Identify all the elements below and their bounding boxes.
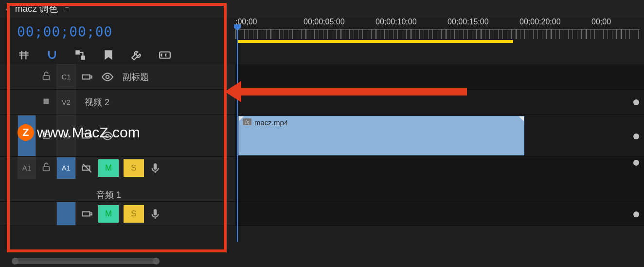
nest-icon[interactable] <box>18 49 30 61</box>
time-label: 00;00 <box>591 18 611 26</box>
lock-icon[interactable] <box>41 71 52 83</box>
linked-selection-icon[interactable] <box>74 49 87 61</box>
lock-icon[interactable] <box>41 162 52 174</box>
svg-rect-1 <box>81 56 85 60</box>
mute-slash-icon[interactable] <box>81 162 93 174</box>
current-timecode[interactable]: 00;00;00;00 <box>17 24 112 40</box>
track-id-a2[interactable] <box>56 202 76 226</box>
video-clip[interactable]: fx macz.mp4 <box>238 116 524 155</box>
timecode-row: 00;00;00;00 ;00;00 00;00;05;00 00;00;10;… <box>0 18 644 46</box>
playhead[interactable] <box>237 27 238 242</box>
mute-button[interactable]: M <box>98 159 119 177</box>
svg-rect-4 <box>82 75 89 79</box>
marker-icon[interactable] <box>102 49 115 61</box>
source-patch-v1[interactable]: V1 <box>18 115 36 156</box>
annotation-red-arrow <box>238 88 467 95</box>
time-label: 00;00;10;00 <box>376 18 417 26</box>
track-id-v1[interactable]: V1 <box>56 115 76 156</box>
back-chevron-icon[interactable]: ‹ <box>6 5 8 13</box>
mute-button[interactable]: M <box>98 205 119 223</box>
solo-button[interactable]: S <box>124 159 144 177</box>
panel-header: ‹ macz 调色 ≡ <box>0 0 644 18</box>
svg-rect-12 <box>154 163 157 170</box>
timeline-panel: ‹ macz 调色 ≡ 00;00;00;00 ;00;00 00;00;05;… <box>0 0 644 267</box>
keyframe-dot[interactable] <box>633 160 639 166</box>
clip-name: macz.mp4 <box>254 118 288 127</box>
track-name: 音频 1 <box>96 189 121 201</box>
track-id-v2[interactable]: V2 <box>56 90 76 114</box>
wrench-icon[interactable] <box>130 49 143 61</box>
sync-lock-icon[interactable] <box>81 208 93 220</box>
svg-rect-0 <box>75 50 80 55</box>
track-name: 副标题 <box>123 71 149 83</box>
caption-icon[interactable] <box>159 49 171 61</box>
time-scale-area: ;00;00 00;00;05;00 00;00;10;00 00;00;15;… <box>235 18 644 46</box>
svg-rect-14 <box>154 209 157 215</box>
svg-rect-7 <box>43 134 50 138</box>
svg-rect-6 <box>44 98 49 104</box>
zoom-scrollbar[interactable] <box>13 258 159 264</box>
caption-track-content[interactable] <box>235 64 644 89</box>
video-track-1-content[interactable]: fx macz.mp4 <box>235 115 644 156</box>
lock-icon[interactable] <box>41 130 52 142</box>
svg-point-5 <box>106 75 109 78</box>
sync-lock-icon[interactable] <box>81 130 93 142</box>
svg-rect-13 <box>82 211 89 216</box>
track-id-a1[interactable]: A1 <box>56 157 76 179</box>
snap-icon[interactable] <box>46 49 58 61</box>
audio-track-1-content[interactable] <box>235 157 644 201</box>
svg-rect-8 <box>82 134 89 138</box>
track-id-c1[interactable]: C1 <box>56 64 76 89</box>
eye-icon[interactable] <box>101 71 114 83</box>
source-patch-a1[interactable]: A1 <box>18 157 36 179</box>
sync-lock-icon[interactable] <box>81 71 93 83</box>
track-name: 视频 2 <box>85 96 109 108</box>
audio-track-2: M S <box>0 202 644 226</box>
solo-button[interactable]: S <box>124 205 144 223</box>
caption-track: C1 副标题 <box>0 64 644 90</box>
time-label: 00;00;05;00 <box>304 18 345 26</box>
svg-rect-10 <box>43 167 50 171</box>
timeline-tools-row <box>0 46 644 64</box>
work-area-bar[interactable] <box>238 40 513 43</box>
time-label: 00;00;15;00 <box>447 18 489 26</box>
svg-rect-3 <box>43 76 50 79</box>
audio-track-2-content[interactable] <box>235 202 644 226</box>
keyframe-dot[interactable] <box>633 99 639 105</box>
keyframe-dot[interactable] <box>633 211 639 217</box>
video-track-1: V1 V1 fx macz.mp4 <box>0 115 644 157</box>
lock-icon[interactable] <box>41 96 52 109</box>
audio-track-1: A1 A1 M S 音频 1 <box>0 157 644 202</box>
keyframe-dot[interactable] <box>633 134 639 139</box>
fx-badge-icon[interactable]: fx <box>243 118 251 125</box>
mic-icon[interactable] <box>149 208 161 220</box>
sequence-name[interactable]: macz 调色 <box>15 2 58 15</box>
time-label: 00;00;20;00 <box>519 18 561 26</box>
mic-icon[interactable] <box>149 162 161 174</box>
eye-icon[interactable] <box>101 130 114 142</box>
panel-menu-icon[interactable]: ≡ <box>65 5 69 13</box>
svg-point-9 <box>106 134 109 137</box>
